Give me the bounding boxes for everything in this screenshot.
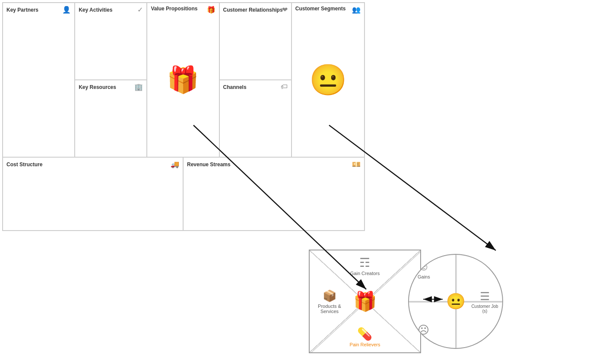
key-activities-cell[interactable]: Key Activities ✓ xyxy=(75,3,146,80)
smiley-face-canvas: 😐 xyxy=(309,62,347,98)
truck-icon: 🚚 xyxy=(171,160,179,168)
customer-segments-label: Customer Segments xyxy=(295,6,346,12)
key-resources-cell[interactable]: Key Resources 🏢 xyxy=(75,80,146,157)
gain-creators-label: Gain Creators xyxy=(350,271,380,276)
bar-chart-icon: ☶ xyxy=(359,256,370,270)
key-act-res-column: Key Activities ✓ Key Resources 🏢 xyxy=(75,3,147,157)
gain-creators-section: ☶ Gain Creators xyxy=(350,256,380,276)
revenue-streams-label: Revenue Streams xyxy=(187,161,231,168)
group-icon: 👥 xyxy=(352,6,361,14)
sad-icon: ☹ xyxy=(418,323,429,337)
pain-relievers-label: Pain Relievers xyxy=(350,342,380,347)
list-icon: ☰ xyxy=(480,290,490,303)
key-resources-label: Key Resources xyxy=(79,84,116,90)
customer-segments-cell[interactable]: Customer Segments 👥 😐 xyxy=(292,3,364,157)
checkmark-icon: ✓ xyxy=(137,6,143,14)
smiley-icon: ☺ xyxy=(418,260,430,273)
pain-relievers-section: 💊 Pain Relievers xyxy=(350,327,380,347)
channels-label: Channels xyxy=(223,84,247,90)
channels-cell[interactable]: Channels 🏷 xyxy=(220,80,291,157)
customer-relationships-label: Customer Relationships xyxy=(223,7,283,13)
person-icon: 👤 xyxy=(62,6,71,14)
pains-section: ☹ Pains xyxy=(418,323,430,343)
products-services-section: 📦 Products & Services xyxy=(312,289,347,314)
building-icon: 🏢 xyxy=(134,83,143,91)
vpc-square[interactable]: ☶ Gain Creators 💊 Pain Relievers 📦 Produ… xyxy=(309,250,421,353)
key-activities-label: Key Activities xyxy=(79,7,112,13)
products-services-label: Products & Services xyxy=(312,304,347,314)
cost-structure-label: Cost Structure xyxy=(6,161,42,168)
gains-section: ☺ Gains xyxy=(418,260,430,279)
customer-jobs-section: ☰ Customer Job (s) xyxy=(471,290,499,313)
key-partners-label: Key Partners xyxy=(6,7,38,13)
vpc-circle[interactable]: ☺ Gains ☹ Pains ☰ Customer Job (s) 😐 xyxy=(408,254,503,349)
pains-label: Pains xyxy=(418,338,430,343)
cust-rel-channels-column: Customer Relationships ❤ Channels 🏷 xyxy=(220,3,292,157)
box-icon: 📦 xyxy=(323,289,336,303)
gift-icon-large: 🎁 xyxy=(167,64,199,95)
revenue-streams-cell[interactable]: Revenue Streams 💴 xyxy=(184,158,364,230)
value-propositions-label: Value Propositions xyxy=(151,6,197,12)
cost-structure-cell[interactable]: Cost Structure 🚚 xyxy=(3,158,184,230)
gift-header-icon: 🎁 xyxy=(207,6,216,14)
customer-jobs-label: Customer Job (s) xyxy=(471,304,499,313)
value-propositions-cell[interactable]: Value Propositions 🎁 🎁 xyxy=(147,3,219,157)
vpc-circle-face-icon: 😐 xyxy=(446,292,466,310)
vpc-center-gift-icon: 🎁 xyxy=(353,290,377,313)
heart-icon: ❤ xyxy=(282,6,288,14)
tag-icon: 🏷 xyxy=(281,83,288,91)
gains-label: Gains xyxy=(418,274,430,279)
pill-icon: 💊 xyxy=(357,327,372,341)
business-model-canvas: Key Partners 👤 Key Activities ✓ Key Reso… xyxy=(2,2,365,231)
dollar-icon: 💴 xyxy=(352,160,361,168)
customer-relationships-cell[interactable]: Customer Relationships ❤ xyxy=(220,3,291,80)
key-partners-cell[interactable]: Key Partners 👤 xyxy=(3,3,75,157)
